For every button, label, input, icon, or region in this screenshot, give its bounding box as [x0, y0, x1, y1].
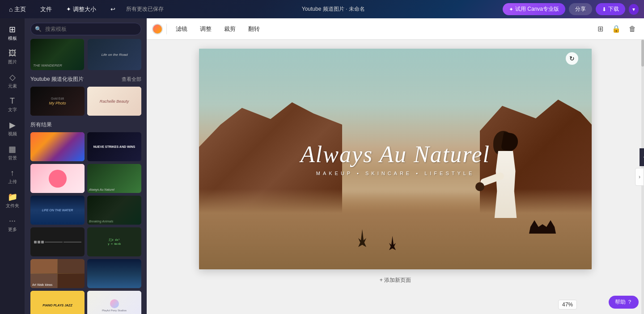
file-button[interactable]: 文件 [37, 4, 55, 15]
download-label: 下载 [608, 5, 619, 13]
youtube-section-title: Youtube 频道化妆图片 [30, 75, 84, 83]
template-card-makeup[interactable]: Gold Edit My Photo [30, 87, 85, 116]
sidebar-item-elements[interactable]: ◇ 元素 [2, 70, 23, 92]
preview-thumb-wanderer[interactable]: THE WANDERER [30, 39, 84, 70]
sidebar-label-elements: 元素 [8, 83, 17, 89]
template-card-jazz[interactable]: PIANO PLAYS JAZZ [30, 291, 85, 314]
undo-icon: ↩ [110, 6, 115, 13]
top-navigation: ⌂ 主页 文件 ✦ 调整大小 ↩ 所有更改已保存 Youtube 频道图片 · … [0, 0, 644, 18]
color-picker[interactable] [152, 24, 163, 34]
sidebar-label-more: 更多 [8, 226, 17, 233]
all-results-header: 所有结果 [30, 121, 141, 129]
youtube-section-header: Youtube 频道化妆图片 查看全部 [30, 75, 141, 83]
template-card-news[interactable]: NUEVE STRIKES AND WINS [87, 132, 141, 161]
canvas-area: ⧉ + ↻ [147, 40, 644, 314]
sidebar-item-folder[interactable]: 📁 文件夹 [2, 189, 23, 212]
text-icon: T [10, 96, 15, 106]
sidebar-item-templates[interactable]: ⊞ 模板 [2, 22, 23, 44]
template-card-colorful[interactable] [30, 132, 85, 161]
template-card-pony[interactable]: Playful Pony Studios [87, 291, 141, 314]
flip-button[interactable]: 翻转 [243, 23, 265, 35]
home-icon: ⌂ [9, 6, 13, 13]
template-scroll-area[interactable]: THE WANDERER Life on the Road Youtube 频道… [25, 39, 147, 314]
zoom-controls: 47% [558, 300, 577, 310]
sidebar-item-text[interactable]: T 文字 [2, 94, 23, 116]
add-page-button[interactable]: + 添加新页面 [380, 276, 411, 284]
sidebar-item-photos[interactable]: 🖼 图片 [2, 46, 23, 68]
preview-thumb-road[interactable]: Life on the Road [88, 39, 141, 70]
template-card-collage[interactable]: Art Walk Ideas [30, 259, 85, 288]
preview-thumbnails: THE WANDERER Life on the Road [30, 39, 141, 70]
photos-icon: 🖼 [8, 49, 17, 58]
grid-icon: ⊞ [597, 25, 603, 33]
download-expand-button[interactable]: ▾ [629, 4, 639, 15]
grid-view-button[interactable]: ⊞ [594, 23, 606, 35]
canvas-container: ⧉ + ↻ [199, 49, 592, 305]
sidebar-item-background[interactable]: ▦ 背景 [2, 142, 23, 164]
template-card-chalk[interactable]: ∫∑∂ dx²y = mx+b [87, 227, 141, 256]
search-wrapper: 🔍 [30, 23, 141, 35]
help-button[interactable]: 帮助 ？ [609, 296, 639, 309]
template-card-pink[interactable] [30, 164, 85, 193]
nav-left: ⌂ 主页 文件 ✦ 调整大小 ↩ 所有更改已保存 [5, 4, 164, 15]
share-button[interactable]: 分享 [569, 3, 592, 15]
view-all-button[interactable]: 查看全部 [122, 76, 141, 83]
toolbar-right: ⊞ 🔒 🗑 [594, 23, 639, 35]
home-button[interactable]: ⌂ 主页 [5, 4, 30, 15]
sidebar-item-upload[interactable]: ↑ 上传 [2, 166, 23, 188]
doc-title-text: Youtube 频道图片 · 未命名 [302, 5, 365, 13]
video-icon: ▶ [9, 120, 16, 130]
resize-label: 调整大小 [73, 5, 96, 13]
toolbar-divider-1 [166, 24, 167, 34]
doc-title: Youtube 频道图片 · 未命名 [302, 5, 365, 13]
main-layout: ⊞ 模板 🖼 图片 ◇ 元素 T 文字 ▶ 视频 ▦ 背景 ↑ 上传 📁 文 [0, 18, 644, 314]
sidebar-label-upload: 上传 [8, 179, 17, 185]
template-card-beauty[interactable]: Rachelle Beauty [87, 87, 141, 116]
resize-button[interactable]: ✦ 调整大小 [63, 4, 100, 15]
background-icon: ▦ [8, 144, 16, 154]
toolbar: 滤镜 调整 裁剪 翻转 ⊞ 🔒 🗑 [147, 18, 644, 40]
canvas-frame[interactable]: Always Au Naturel MAKEUP • SKINCARE • LI… [199, 49, 592, 269]
trash-icon: 🗑 [629, 25, 636, 33]
zoom-level[interactable]: 47% [558, 300, 577, 310]
try-canva-button[interactable]: ✦ 试用 Canva专业版 [503, 3, 565, 15]
all-results-grid: NUEVE STRIKES AND WINS Always Au Naturel [30, 132, 141, 314]
search-input[interactable] [30, 23, 141, 35]
template-card-forest[interactable]: Breaking Animals [87, 196, 141, 225]
sidebar-label-photos: 图片 [8, 59, 17, 65]
download-button[interactable]: ⬇ 下载 [596, 3, 625, 15]
template-card-water[interactable]: LIFE ON THE WATER [30, 196, 85, 225]
canvas-sub-text: MAKEUP • SKINCARE • LIFESTYLE [301, 171, 490, 176]
sidebar-item-more[interactable]: ··· 更多 [2, 214, 23, 235]
canvas-scroll[interactable]: ⧉ + ↻ [147, 40, 644, 314]
search-bar: 🔍 [25, 18, 147, 39]
adjust-button[interactable]: 调整 [195, 23, 217, 35]
template-card-nature[interactable]: Always Au Naturel [87, 164, 141, 193]
sidebar-label-background: 背景 [8, 155, 17, 161]
saved-status: 所有更改已保存 [126, 5, 164, 13]
try-canva-label: 试用 Canva专业版 [515, 5, 559, 13]
left-sidebar: ⊞ 模板 🖼 图片 ◇ 元素 T 文字 ▶ 视频 ▦ 背景 ↑ 上传 📁 文 [0, 18, 25, 314]
filter-button[interactable]: 滤镜 [170, 23, 193, 35]
sidebar-item-video[interactable]: ▶ 视频 [2, 117, 23, 140]
add-page-area: + 添加新页面 [199, 273, 592, 287]
scroll-right-arrow[interactable]: › [635, 168, 644, 186]
lock-button[interactable]: 🔒 [610, 23, 623, 35]
undo-button[interactable]: ↩ [107, 4, 119, 14]
search-icon: 🔍 [35, 26, 42, 32]
template-card-ocean[interactable] [87, 259, 141, 288]
template-card-music[interactable] [30, 227, 85, 256]
resize-icon: ✦ [66, 6, 71, 13]
elements-icon: ◇ [9, 72, 16, 82]
bird-silhouette [529, 220, 556, 234]
sidebar-label-text: 文字 [8, 107, 17, 113]
delete-button[interactable]: 🗑 [626, 23, 639, 35]
refresh-icon: ↻ [569, 55, 575, 62]
chevron-down-icon: ▾ [632, 6, 635, 13]
download-icon: ⬇ [602, 6, 606, 13]
canvas-title-block: Always Au Naturel MAKEUP • SKINCARE • LI… [301, 142, 490, 176]
nav-right: ✦ 试用 Canva专业版 分享 ⬇ 下载 ▾ [503, 3, 639, 15]
refresh-button[interactable]: ↻ [566, 52, 578, 65]
share-label: 分享 [575, 6, 586, 12]
crop-button[interactable]: 裁剪 [219, 23, 241, 35]
